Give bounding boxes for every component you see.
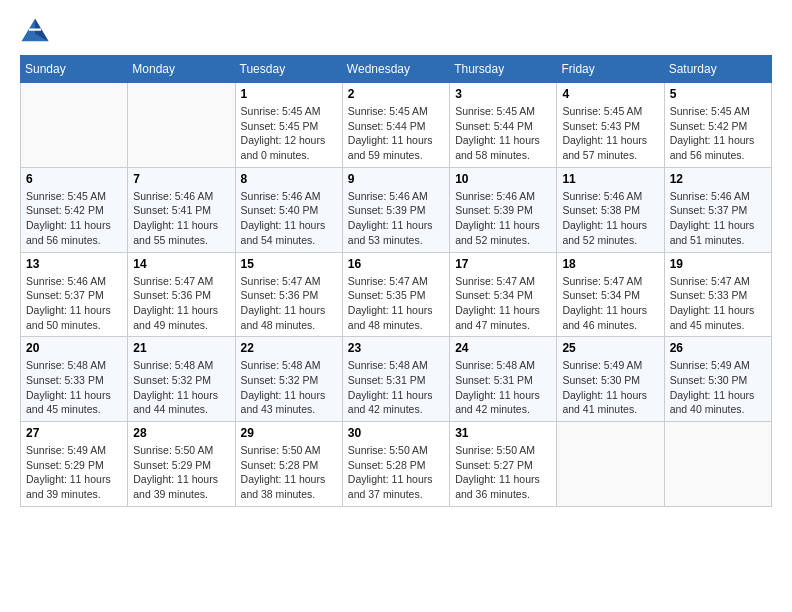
- day-cell-15: 15Sunrise: 5:47 AMSunset: 5:36 PMDayligh…: [235, 252, 342, 337]
- sunrise-text: Sunrise: 5:45 AM: [670, 105, 750, 117]
- daylight-minutes: and 36 minutes.: [455, 488, 530, 500]
- day-info: Sunrise: 5:46 AMSunset: 5:39 PMDaylight:…: [348, 189, 444, 248]
- daylight-text: Daylight: 11 hours: [670, 389, 755, 401]
- daylight-minutes: and 45 minutes.: [670, 319, 745, 331]
- day-cell-26: 26Sunrise: 5:49 AMSunset: 5:30 PMDayligh…: [664, 337, 771, 422]
- daylight-minutes: and 39 minutes.: [26, 488, 101, 500]
- day-cell-5: 5Sunrise: 5:45 AMSunset: 5:42 PMDaylight…: [664, 83, 771, 168]
- daylight-text: Daylight: 11 hours: [348, 389, 433, 401]
- daylight-minutes: and 48 minutes.: [241, 319, 316, 331]
- daylight-text: Daylight: 12 hours: [241, 134, 326, 146]
- sunrise-text: Sunrise: 5:46 AM: [241, 190, 321, 202]
- sunset-text: Sunset: 5:42 PM: [26, 204, 104, 216]
- daylight-minutes: and 54 minutes.: [241, 234, 316, 246]
- empty-cell: [664, 422, 771, 507]
- sunset-text: Sunset: 5:37 PM: [26, 289, 104, 301]
- sunrise-text: Sunrise: 5:45 AM: [26, 190, 106, 202]
- sunset-text: Sunset: 5:32 PM: [241, 374, 319, 386]
- day-info: Sunrise: 5:46 AMSunset: 5:41 PMDaylight:…: [133, 189, 229, 248]
- daylight-text: Daylight: 11 hours: [241, 304, 326, 316]
- weekday-header-monday: Monday: [128, 56, 235, 83]
- sunset-text: Sunset: 5:31 PM: [455, 374, 533, 386]
- daylight-minutes: and 56 minutes.: [670, 149, 745, 161]
- daylight-text: Daylight: 11 hours: [562, 134, 647, 146]
- sunset-text: Sunset: 5:43 PM: [562, 120, 640, 132]
- sunset-text: Sunset: 5:40 PM: [241, 204, 319, 216]
- sunrise-text: Sunrise: 5:46 AM: [455, 190, 535, 202]
- day-cell-2: 2Sunrise: 5:45 AMSunset: 5:44 PMDaylight…: [342, 83, 449, 168]
- daylight-text: Daylight: 11 hours: [670, 134, 755, 146]
- day-cell-9: 9Sunrise: 5:46 AMSunset: 5:39 PMDaylight…: [342, 167, 449, 252]
- day-info: Sunrise: 5:45 AMSunset: 5:43 PMDaylight:…: [562, 104, 658, 163]
- daylight-minutes: and 52 minutes.: [455, 234, 530, 246]
- day-info: Sunrise: 5:50 AMSunset: 5:29 PMDaylight:…: [133, 443, 229, 502]
- day-cell-17: 17Sunrise: 5:47 AMSunset: 5:34 PMDayligh…: [450, 252, 557, 337]
- day-info: Sunrise: 5:46 AMSunset: 5:37 PMDaylight:…: [670, 189, 766, 248]
- daylight-minutes: and 37 minutes.: [348, 488, 423, 500]
- sunset-text: Sunset: 5:32 PM: [133, 374, 211, 386]
- sunrise-text: Sunrise: 5:49 AM: [562, 359, 642, 371]
- daylight-text: Daylight: 11 hours: [241, 473, 326, 485]
- calendar-header: SundayMondayTuesdayWednesdayThursdayFrid…: [21, 56, 772, 83]
- day-info: Sunrise: 5:46 AMSunset: 5:39 PMDaylight:…: [455, 189, 551, 248]
- day-number: 29: [241, 426, 337, 440]
- day-number: 1: [241, 87, 337, 101]
- day-number: 12: [670, 172, 766, 186]
- day-info: Sunrise: 5:47 AMSunset: 5:35 PMDaylight:…: [348, 274, 444, 333]
- sunrise-text: Sunrise: 5:50 AM: [455, 444, 535, 456]
- sunrise-text: Sunrise: 5:50 AM: [241, 444, 321, 456]
- day-info: Sunrise: 5:45 AMSunset: 5:42 PMDaylight:…: [670, 104, 766, 163]
- daylight-minutes: and 53 minutes.: [348, 234, 423, 246]
- day-cell-10: 10Sunrise: 5:46 AMSunset: 5:39 PMDayligh…: [450, 167, 557, 252]
- day-number: 7: [133, 172, 229, 186]
- week-row-2: 6Sunrise: 5:45 AMSunset: 5:42 PMDaylight…: [21, 167, 772, 252]
- day-number: 2: [348, 87, 444, 101]
- daylight-text: Daylight: 11 hours: [133, 389, 218, 401]
- day-info: Sunrise: 5:45 AMSunset: 5:45 PMDaylight:…: [241, 104, 337, 163]
- day-number: 31: [455, 426, 551, 440]
- day-cell-13: 13Sunrise: 5:46 AMSunset: 5:37 PMDayligh…: [21, 252, 128, 337]
- day-info: Sunrise: 5:49 AMSunset: 5:30 PMDaylight:…: [670, 358, 766, 417]
- day-info: Sunrise: 5:48 AMSunset: 5:31 PMDaylight:…: [455, 358, 551, 417]
- sunrise-text: Sunrise: 5:47 AM: [133, 275, 213, 287]
- weekday-header-sunday: Sunday: [21, 56, 128, 83]
- daylight-minutes: and 43 minutes.: [241, 403, 316, 415]
- calendar: SundayMondayTuesdayWednesdayThursdayFrid…: [20, 55, 772, 507]
- sunset-text: Sunset: 5:35 PM: [348, 289, 426, 301]
- sunset-text: Sunset: 5:41 PM: [133, 204, 211, 216]
- sunrise-text: Sunrise: 5:50 AM: [133, 444, 213, 456]
- daylight-minutes: and 56 minutes.: [26, 234, 101, 246]
- daylight-text: Daylight: 11 hours: [26, 473, 111, 485]
- daylight-minutes: and 0 minutes.: [241, 149, 310, 161]
- daylight-text: Daylight: 11 hours: [455, 473, 540, 485]
- day-info: Sunrise: 5:49 AMSunset: 5:30 PMDaylight:…: [562, 358, 658, 417]
- sunrise-text: Sunrise: 5:48 AM: [348, 359, 428, 371]
- sunset-text: Sunset: 5:33 PM: [670, 289, 748, 301]
- sunrise-text: Sunrise: 5:48 AM: [455, 359, 535, 371]
- sunrise-text: Sunrise: 5:49 AM: [26, 444, 106, 456]
- sunrise-text: Sunrise: 5:46 AM: [562, 190, 642, 202]
- day-cell-23: 23Sunrise: 5:48 AMSunset: 5:31 PMDayligh…: [342, 337, 449, 422]
- daylight-minutes: and 45 minutes.: [26, 403, 101, 415]
- day-info: Sunrise: 5:47 AMSunset: 5:34 PMDaylight:…: [455, 274, 551, 333]
- day-number: 3: [455, 87, 551, 101]
- daylight-text: Daylight: 11 hours: [26, 304, 111, 316]
- daylight-text: Daylight: 11 hours: [670, 219, 755, 231]
- day-number: 8: [241, 172, 337, 186]
- sunset-text: Sunset: 5:44 PM: [455, 120, 533, 132]
- sunset-text: Sunset: 5:29 PM: [26, 459, 104, 471]
- day-cell-21: 21Sunrise: 5:48 AMSunset: 5:32 PMDayligh…: [128, 337, 235, 422]
- weekday-header-friday: Friday: [557, 56, 664, 83]
- day-info: Sunrise: 5:46 AMSunset: 5:40 PMDaylight:…: [241, 189, 337, 248]
- daylight-minutes: and 59 minutes.: [348, 149, 423, 161]
- weekday-header-saturday: Saturday: [664, 56, 771, 83]
- weekday-header-thursday: Thursday: [450, 56, 557, 83]
- sunrise-text: Sunrise: 5:49 AM: [670, 359, 750, 371]
- day-number: 11: [562, 172, 658, 186]
- sunrise-text: Sunrise: 5:48 AM: [133, 359, 213, 371]
- daylight-minutes: and 42 minutes.: [348, 403, 423, 415]
- sunset-text: Sunset: 5:29 PM: [133, 459, 211, 471]
- day-info: Sunrise: 5:45 AMSunset: 5:42 PMDaylight:…: [26, 189, 122, 248]
- daylight-text: Daylight: 11 hours: [133, 473, 218, 485]
- day-number: 13: [26, 257, 122, 271]
